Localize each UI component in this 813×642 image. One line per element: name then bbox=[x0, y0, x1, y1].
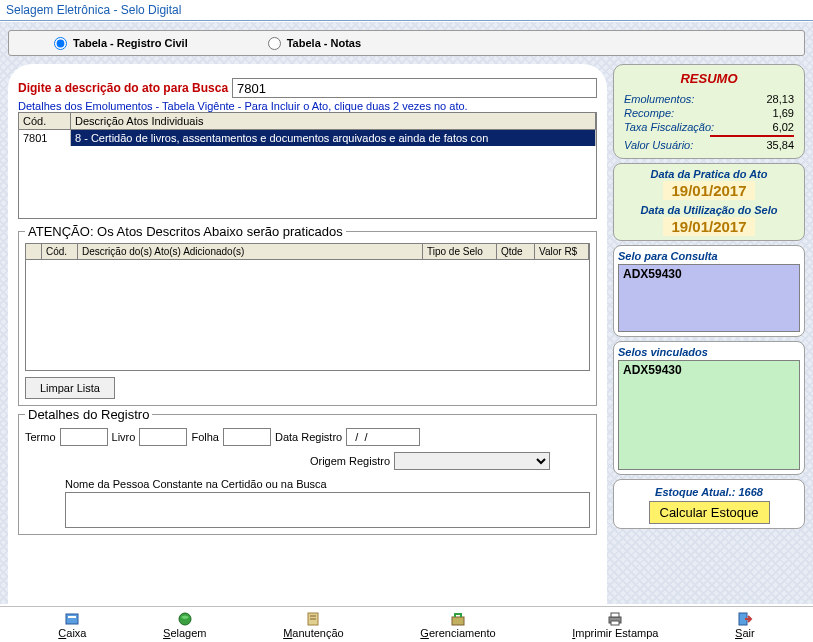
toolbar-imprimir[interactable]: Imprimir Estampa bbox=[572, 611, 658, 639]
toolbar-gerenciamento-label: Gerenciamento bbox=[420, 627, 495, 639]
grid1-header-cod: Cód. bbox=[19, 113, 71, 129]
main-panel: Digite a descrição do ato para Busca Det… bbox=[8, 64, 607, 628]
resumo-divider bbox=[710, 135, 794, 137]
selo-vinc-label: Selos vinculados bbox=[618, 346, 800, 358]
g2h4: Qtde bbox=[497, 244, 535, 259]
valor-label: Valor Usuário: bbox=[624, 139, 693, 151]
exit-icon bbox=[737, 611, 753, 627]
tab-civil-label: Tabela - Registro Civil bbox=[73, 37, 188, 49]
selo-vinc-area[interactable]: ADX59430 bbox=[618, 360, 800, 470]
origem-combo[interactable] bbox=[394, 452, 550, 470]
data-pratica-label: Data da Pratica do Ato bbox=[618, 168, 800, 180]
search-label: Digite a descrição do ato para Busca bbox=[18, 81, 228, 95]
origem-label: Origem Registro bbox=[310, 455, 390, 467]
g2h2: Descrição do(s) Ato(s) Adicionado(s) bbox=[78, 244, 423, 259]
stock-box: Estoque Atual.: 1668 Calcular Estoque bbox=[613, 479, 805, 529]
taxa-label: Taxa Fiscalização: bbox=[624, 121, 714, 133]
toolbar-selagem[interactable]: Selagem bbox=[163, 611, 206, 639]
limpar-lista-button[interactable]: Limpar Lista bbox=[25, 377, 115, 399]
recompe-value: 1,69 bbox=[748, 107, 794, 119]
data-util-value[interactable]: 19/01/2017 bbox=[663, 217, 754, 236]
search-input[interactable] bbox=[232, 78, 597, 98]
resumo-title: RESUMO bbox=[620, 71, 798, 86]
data-pratica-box: Data da Pratica do Ato 19/01/2017 Data d… bbox=[613, 163, 805, 241]
toolbar-imprimir-label: Imprimir Estampa bbox=[572, 627, 658, 639]
atos-grid[interactable]: Cód. Descrição do(s) Ato(s) Adicionado(s… bbox=[25, 243, 590, 371]
livro-label: Livro bbox=[112, 431, 136, 443]
termo-label: Termo bbox=[25, 431, 56, 443]
selo-consulta-box: Selo para Consulta ADX59430 bbox=[613, 245, 805, 337]
folha-label: Folha bbox=[191, 431, 219, 443]
emol-label: Emolumentos: bbox=[624, 93, 694, 105]
g2h5: Valor R$ bbox=[535, 244, 589, 259]
selagem-icon bbox=[177, 611, 193, 627]
toolbar-caixa[interactable]: Caixa bbox=[58, 611, 86, 639]
selo-consulta-label: Selo para Consulta bbox=[618, 250, 800, 262]
toolbar-sair[interactable]: Sair bbox=[735, 611, 755, 639]
window-title: Selagem Eletrônica - Selo Digital bbox=[0, 0, 813, 21]
background: Tabela - Registro Civil Tabela - Notas D… bbox=[0, 22, 813, 604]
radio-notas[interactable] bbox=[268, 37, 281, 50]
printer-icon bbox=[607, 611, 623, 627]
emolumentos-grid[interactable]: Cód. Descrição Atos Individuais 7801 8 -… bbox=[18, 112, 597, 219]
gerenciamento-icon bbox=[450, 611, 466, 627]
svg-rect-8 bbox=[611, 613, 619, 617]
tab-strip: Tabela - Registro Civil Tabela - Notas bbox=[8, 30, 805, 56]
g2h0 bbox=[26, 244, 42, 259]
data-registro-label: Data Registro bbox=[275, 431, 342, 443]
nome-label: Nome da Pessoa Constante na Certidão ou … bbox=[65, 478, 327, 490]
caixa-icon bbox=[64, 611, 80, 627]
bottom-toolbar: Caixa Selagem Manutenção Gerenciamento I… bbox=[0, 606, 813, 642]
taxa-value: 6,02 bbox=[748, 121, 794, 133]
toolbar-selagem-label: Selagem bbox=[163, 627, 206, 639]
selo-vinculados-box: Selos vinculados ADX59430 bbox=[613, 341, 805, 475]
grid1-cell-desc: 8 - Certidão de livros, assentamentos e … bbox=[71, 130, 596, 146]
tab-registro-civil[interactable]: Tabela - Registro Civil bbox=[54, 37, 188, 50]
selo-consulta-area[interactable]: ADX59430 bbox=[618, 264, 800, 332]
grid1-header-desc: Descrição Atos Individuais bbox=[71, 113, 596, 129]
toolbar-gerenciamento[interactable]: Gerenciamento bbox=[420, 611, 495, 639]
nome-input[interactable] bbox=[65, 492, 590, 528]
detalhes-legend: Detalhes do Registro bbox=[25, 407, 152, 422]
valor-value: 35,84 bbox=[748, 139, 794, 151]
emol-value: 28,13 bbox=[748, 93, 794, 105]
livro-input[interactable] bbox=[139, 428, 187, 446]
tab-notas[interactable]: Tabela - Notas bbox=[268, 37, 361, 50]
data-registro-input[interactable] bbox=[346, 428, 420, 446]
atencao-legend: ATENÇÃO: Os Atos Descritos Abaixo serão … bbox=[25, 224, 346, 239]
resumo-panel: RESUMO Emolumentos:28,13 Recompe:1,69 Ta… bbox=[613, 64, 805, 159]
data-pratica-value[interactable]: 19/01/2017 bbox=[663, 181, 754, 200]
grid1-row[interactable]: 7801 8 - Certidão de livros, assentament… bbox=[19, 130, 596, 146]
calcular-estoque-button[interactable]: Calcular Estoque bbox=[649, 501, 770, 524]
folha-input[interactable] bbox=[223, 428, 271, 446]
toolbar-sair-label: Sair bbox=[735, 627, 755, 639]
search-subnote: Detalhes dos Emolumentos - Tabela Vigênt… bbox=[18, 100, 597, 112]
manutencao-icon bbox=[305, 611, 321, 627]
atencao-fieldset: ATENÇÃO: Os Atos Descritos Abaixo serão … bbox=[18, 231, 597, 406]
g2h3: Tipo de Selo bbox=[423, 244, 497, 259]
svg-rect-0 bbox=[66, 614, 78, 624]
tab-notas-label: Tabela - Notas bbox=[287, 37, 361, 49]
termo-input[interactable] bbox=[60, 428, 108, 446]
data-util-label: Data da Utilização do Selo bbox=[618, 204, 800, 216]
svg-rect-1 bbox=[68, 616, 76, 618]
stock-label: Estoque Atual.: 1668 bbox=[618, 484, 800, 499]
svg-rect-9 bbox=[611, 621, 619, 625]
svg-rect-6 bbox=[452, 617, 464, 625]
radio-civil[interactable] bbox=[54, 37, 67, 50]
detalhes-fieldset: Detalhes do Registro Termo Livro Folha D… bbox=[18, 414, 597, 535]
recompe-label: Recompe: bbox=[624, 107, 674, 119]
toolbar-manutencao[interactable]: Manutenção bbox=[283, 611, 344, 639]
toolbar-caixa-label: Caixa bbox=[58, 627, 86, 639]
g2h1: Cód. bbox=[42, 244, 78, 259]
toolbar-manutencao-label: Manutenção bbox=[283, 627, 344, 639]
grid1-cell-cod: 7801 bbox=[19, 130, 71, 146]
